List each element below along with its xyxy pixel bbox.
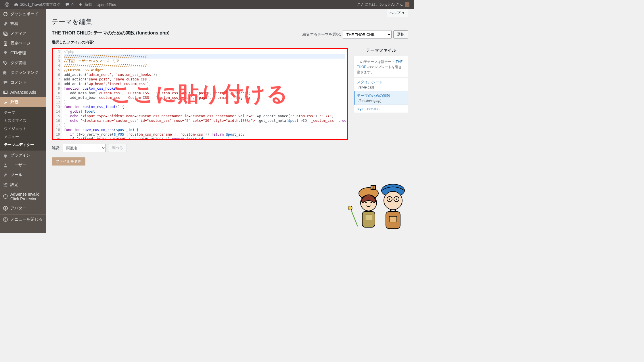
theme-file-item[interactable]: テーマのための関数(functions.php) bbox=[354, 91, 408, 105]
theme-file-item[interactable]: スタイルシート(style.css) bbox=[354, 78, 408, 91]
theme-select-row: 編集するテーマを選択: THE THOR CHIL 選択 bbox=[302, 30, 408, 39]
theme-select[interactable]: THE THOR CHIL bbox=[343, 30, 392, 39]
code-line[interactable]: add_action('admin_menu', 'custom_css_hoo… bbox=[64, 72, 345, 77]
svg-point-7 bbox=[5, 164, 6, 165]
lookup-select[interactable]: 関数名... bbox=[63, 144, 106, 152]
code-line[interactable]: //下記ユーザーカスタマイズエリア bbox=[64, 59, 345, 63]
code-line[interactable]: function custom_css_input() { bbox=[64, 105, 345, 109]
updraft-link[interactable]: UpdraftPlus bbox=[94, 0, 118, 9]
code-line[interactable]: if (defined('DOING_AUTOSAVE') && DOING_A… bbox=[64, 137, 345, 139]
code-line[interactable]: //Custom CSS Widget bbox=[64, 68, 345, 72]
submenu-item[interactable]: テーマエディター bbox=[0, 141, 46, 149]
sidebar-item-label: プラグイン bbox=[10, 153, 30, 158]
submenu-item[interactable]: テーマ bbox=[0, 109, 46, 117]
comments-link[interactable]: 0 bbox=[63, 0, 76, 9]
tools-icon bbox=[3, 172, 8, 178]
lookup-button[interactable]: 調べる bbox=[108, 144, 127, 152]
comment-icon bbox=[3, 80, 8, 85]
sidebar-item-rank[interactable]: タグランキング bbox=[0, 68, 46, 78]
sidebar-item-tag[interactable]: タグ管理 bbox=[0, 58, 46, 68]
sidebar-item-label: 固定ページ bbox=[10, 41, 30, 46]
code-editor[interactable]: 1234567891011121314151617181920212223242… bbox=[53, 49, 347, 139]
sidebar-item-label: 投稿 bbox=[10, 21, 18, 26]
code-line[interactable]: } bbox=[64, 123, 345, 128]
submenu-item[interactable]: ウィジェット bbox=[0, 125, 46, 133]
comment-count: 0 bbox=[71, 3, 73, 7]
site-name: 10to1_Travelの旅ブログ bbox=[20, 2, 60, 7]
sidebar-item-appearance[interactable]: 外観 bbox=[0, 97, 46, 107]
sidebar-item-label: 設定 bbox=[10, 182, 18, 187]
code-line[interactable]: global $post; bbox=[64, 109, 345, 114]
svg-rect-6 bbox=[4, 91, 5, 94]
wordpress-icon bbox=[5, 2, 9, 7]
account-link[interactable]: こんにちは、JonyとAi さん bbox=[355, 0, 412, 9]
code-line[interactable]: add_action('wp_head','insert_custom_css'… bbox=[64, 82, 345, 86]
avatar bbox=[405, 2, 409, 7]
selected-file-label: 選択したファイルの内容: bbox=[52, 40, 408, 45]
code-line[interactable]: if (!wp_verify_nonce($_POST['custom_css_… bbox=[64, 132, 345, 137]
rank-icon bbox=[3, 70, 8, 75]
submenu-item[interactable]: カスタマイズ bbox=[0, 117, 46, 125]
sidebar-item-bulb[interactable]: CTA管理 bbox=[0, 48, 46, 58]
sidebar-item-label: 外観 bbox=[10, 99, 18, 105]
sidebar-item-comment[interactable]: コメント bbox=[0, 78, 46, 87]
collapse-icon bbox=[3, 217, 8, 222]
sidebar-item-label: アバター bbox=[10, 206, 26, 211]
greeting: こんにちは、JonyとAi さん bbox=[357, 2, 403, 7]
sidebar-item-label: AdSense Invalid Click Protector bbox=[10, 192, 43, 201]
theme-files-heading: テーマファイル bbox=[354, 48, 408, 53]
svg-point-12 bbox=[6, 184, 7, 186]
svg-rect-2 bbox=[4, 32, 6, 34]
sidebar-item-label: ツール bbox=[10, 172, 22, 178]
media-icon bbox=[3, 31, 8, 36]
svg-rect-3 bbox=[5, 33, 7, 35]
update-file-button[interactable]: ファイルを更新 bbox=[52, 157, 85, 165]
code-line[interactable]: } bbox=[64, 100, 345, 105]
code-line[interactable]: add_meta_box('custom_css', 'Custom CSS',… bbox=[64, 91, 345, 95]
comment-icon bbox=[65, 2, 70, 7]
site-link[interactable]: 10to1_Travelの旅ブログ bbox=[12, 0, 63, 9]
code-line[interactable]: <?php bbox=[64, 49, 345, 54]
svg-point-11 bbox=[4, 183, 5, 184]
admin-bar: 10to1_Travelの旅ブログ 0 新規 UpdraftPlus こんにちは… bbox=[0, 0, 414, 9]
help-tab[interactable]: ヘルプ ▼ bbox=[386, 9, 408, 17]
sidebar-item-tools[interactable]: ツール bbox=[0, 170, 46, 180]
code-line[interactable]: //////////////////////////////////////// bbox=[64, 63, 345, 68]
sidebar-item-shield[interactable]: AdSense Invalid Click Protector bbox=[0, 190, 46, 203]
sidebar-item-pin[interactable]: 投稿 bbox=[0, 19, 46, 29]
code-line[interactable]: echo '<textarea name="custom_css" id="cu… bbox=[64, 118, 345, 123]
sidebar-item-plugin[interactable]: プラグイン bbox=[0, 151, 46, 160]
wp-logo[interactable] bbox=[2, 0, 12, 9]
avatar-icon bbox=[3, 206, 8, 211]
sidebar-item-label: タグランキング bbox=[10, 70, 39, 75]
collapse-menu[interactable]: メニューを閉じる bbox=[0, 214, 46, 224]
sidebar-item-users[interactable]: ユーザー bbox=[0, 160, 46, 170]
sidebar-item-avatar[interactable]: アバター bbox=[0, 203, 46, 213]
theme-files-note: この子テーマは親テーマ THE THOR のテンプレートを引き継ぎます。 bbox=[354, 56, 408, 78]
submenu-item[interactable]: メニュー bbox=[0, 133, 46, 141]
code-line[interactable]: function custom_css_hooks() { bbox=[64, 86, 345, 91]
plus-icon bbox=[78, 2, 83, 7]
svg-point-13 bbox=[4, 186, 5, 187]
code-line[interactable]: add_action('save_post', 'save_custom_css… bbox=[64, 77, 345, 82]
sidebar-item-page[interactable]: 固定ページ bbox=[0, 38, 46, 48]
sidebar-item-label: タグ管理 bbox=[10, 60, 26, 66]
sidebar-item-ads[interactable]: Advanced Ads bbox=[0, 87, 46, 97]
pin-icon bbox=[3, 21, 8, 26]
code-line[interactable]: function save_custom_css($post_id) { bbox=[64, 128, 345, 132]
new-link[interactable]: 新規 bbox=[76, 0, 94, 9]
theme-file-item[interactable]: style-user.css bbox=[354, 105, 408, 113]
sidebar-item-dashboard[interactable]: ダッシュボード bbox=[0, 9, 46, 19]
sidebar-item-settings[interactable]: 設定 bbox=[0, 180, 46, 190]
code-line[interactable]: add_meta_box('custom_css', 'Custom CSS',… bbox=[64, 95, 345, 100]
page-icon bbox=[3, 41, 8, 46]
sidebar-item-media[interactable]: メディア bbox=[0, 29, 46, 38]
home-icon bbox=[14, 2, 18, 7]
code-line[interactable]: //////////////////////////////////////// bbox=[64, 54, 345, 59]
code-editor-annotated: 1234567891011121314151617181920212223242… bbox=[52, 48, 348, 140]
appearance-icon bbox=[3, 99, 8, 105]
select-button[interactable]: 選択 bbox=[393, 30, 408, 38]
svg-point-4 bbox=[4, 62, 5, 63]
code-line[interactable]: echo '<input type="hidden" name="custom_… bbox=[64, 114, 345, 118]
svg-point-15 bbox=[5, 207, 6, 209]
